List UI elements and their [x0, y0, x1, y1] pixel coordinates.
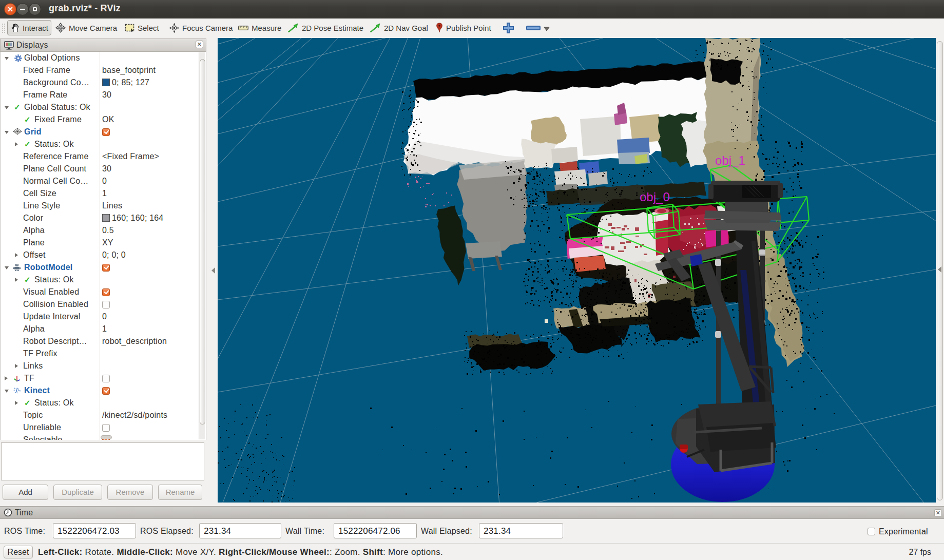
svg-text:obj_0: obj_0	[640, 190, 670, 204]
svg-text:obj_1: obj_1	[715, 153, 745, 167]
